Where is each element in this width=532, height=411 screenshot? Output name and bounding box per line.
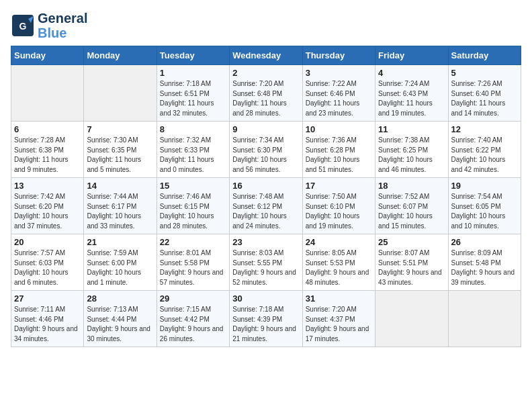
calendar-cell (84, 65, 157, 122)
logo-name-line1: General (38, 11, 87, 26)
day-info: Sunrise: 7:15 AMSunset: 4:42 PMDaylight:… (160, 305, 226, 344)
calendar-week-2: 6Sunrise: 7:28 AMSunset: 6:38 PMDaylight… (11, 122, 521, 178)
day-info: Sunrise: 7:57 AMSunset: 6:03 PMDaylight:… (14, 248, 81, 287)
day-number: 5 (451, 68, 518, 78)
day-number: 29 (160, 293, 226, 304)
calendar-cell: 27Sunrise: 7:11 AMSunset: 4:46 PMDayligh… (11, 291, 84, 347)
calendar-cell: 6Sunrise: 7:28 AMSunset: 6:38 PMDaylight… (11, 122, 84, 178)
header-day-thursday: Thursday (302, 46, 375, 65)
day-info: Sunrise: 7:22 AMSunset: 6:46 PMDaylight:… (306, 79, 372, 118)
day-number: 31 (306, 293, 372, 304)
day-number: 18 (378, 181, 445, 191)
header-day-saturday: Saturday (448, 46, 521, 65)
day-number: 27 (14, 293, 81, 304)
calendar-cell: 16Sunrise: 7:48 AMSunset: 6:12 PMDayligh… (230, 178, 302, 234)
day-number: 22 (160, 237, 226, 247)
calendar-cell: 14Sunrise: 7:44 AMSunset: 6:17 PMDayligh… (84, 178, 157, 234)
day-number: 16 (232, 181, 299, 191)
calendar-cell: 19Sunrise: 7:54 AMSunset: 6:05 PMDayligh… (448, 178, 521, 234)
day-info: Sunrise: 8:05 AMSunset: 5:53 PMDaylight:… (306, 248, 372, 287)
calendar-cell: 12Sunrise: 7:40 AMSunset: 6:22 PMDayligh… (448, 122, 521, 178)
day-number: 26 (451, 237, 518, 247)
day-info: Sunrise: 7:18 AMSunset: 6:51 PMDaylight:… (160, 79, 226, 118)
day-number: 9 (232, 124, 299, 134)
calendar-cell: 11Sunrise: 7:38 AMSunset: 6:25 PMDayligh… (375, 122, 448, 178)
day-info: Sunrise: 7:48 AMSunset: 6:12 PMDaylight:… (232, 192, 299, 231)
day-number: 7 (87, 124, 153, 134)
calendar-table: SundayMondayTuesdayWednesdayThursdayFrid… (11, 46, 521, 347)
header-day-sunday: Sunday (11, 46, 84, 65)
day-number: 23 (232, 237, 299, 247)
calendar-cell: 7Sunrise: 7:30 AMSunset: 6:35 PMDaylight… (84, 122, 157, 178)
day-number: 28 (87, 293, 153, 304)
header-day-monday: Monday (84, 46, 157, 65)
day-info: Sunrise: 7:52 AMSunset: 6:07 PMDaylight:… (378, 192, 445, 231)
calendar-cell: 18Sunrise: 7:52 AMSunset: 6:07 PMDayligh… (375, 178, 448, 234)
day-number: 1 (160, 68, 226, 78)
day-info: Sunrise: 7:20 AMSunset: 4:37 PMDaylight:… (306, 305, 372, 344)
calendar-cell: 22Sunrise: 8:01 AMSunset: 5:58 PMDayligh… (157, 234, 229, 291)
day-info: Sunrise: 7:59 AMSunset: 6:00 PMDaylight:… (87, 248, 153, 287)
calendar-cell: 3Sunrise: 7:22 AMSunset: 6:46 PMDaylight… (302, 65, 375, 122)
day-info: Sunrise: 7:24 AMSunset: 6:43 PMDaylight:… (378, 79, 445, 118)
day-info: Sunrise: 7:42 AMSunset: 6:20 PMDaylight:… (14, 192, 81, 231)
logo: G General Blue (11, 11, 87, 40)
calendar-cell: 1Sunrise: 7:18 AMSunset: 6:51 PMDaylight… (157, 65, 229, 122)
day-info: Sunrise: 7:44 AMSunset: 6:17 PMDaylight:… (87, 192, 153, 231)
day-number: 15 (160, 181, 226, 191)
calendar-cell: 2Sunrise: 7:20 AMSunset: 6:48 PMDaylight… (230, 65, 302, 122)
calendar-cell: 15Sunrise: 7:46 AMSunset: 6:15 PMDayligh… (157, 178, 229, 234)
day-number: 13 (14, 181, 81, 191)
calendar-cell (448, 291, 521, 347)
day-number: 20 (14, 237, 81, 247)
day-info: Sunrise: 8:07 AMSunset: 5:51 PMDaylight:… (378, 248, 445, 287)
day-number: 12 (451, 124, 518, 134)
calendar-cell: 25Sunrise: 8:07 AMSunset: 5:51 PMDayligh… (375, 234, 448, 291)
day-number: 3 (306, 68, 372, 78)
header: G General Blue (11, 11, 521, 40)
day-info: Sunrise: 7:13 AMSunset: 4:44 PMDaylight:… (87, 305, 153, 344)
day-number: 25 (378, 237, 445, 247)
calendar-cell: 20Sunrise: 7:57 AMSunset: 6:03 PMDayligh… (11, 234, 84, 291)
calendar-cell: 17Sunrise: 7:50 AMSunset: 6:10 PMDayligh… (302, 178, 375, 234)
calendar-cell: 28Sunrise: 7:13 AMSunset: 4:44 PMDayligh… (84, 291, 157, 347)
day-info: Sunrise: 7:28 AMSunset: 6:38 PMDaylight:… (14, 136, 81, 175)
calendar-week-4: 20Sunrise: 7:57 AMSunset: 6:03 PMDayligh… (11, 234, 521, 291)
day-info: Sunrise: 7:11 AMSunset: 4:46 PMDaylight:… (14, 305, 81, 344)
day-info: Sunrise: 7:32 AMSunset: 6:33 PMDaylight:… (160, 136, 226, 175)
day-info: Sunrise: 7:20 AMSunset: 6:48 PMDaylight:… (232, 79, 299, 118)
header-day-friday: Friday (375, 46, 448, 65)
day-info: Sunrise: 7:36 AMSunset: 6:28 PMDaylight:… (306, 136, 372, 175)
day-number: 21 (87, 237, 153, 247)
day-number: 11 (378, 124, 445, 134)
calendar-cell: 26Sunrise: 8:09 AMSunset: 5:48 PMDayligh… (448, 234, 521, 291)
calendar-cell: 13Sunrise: 7:42 AMSunset: 6:20 PMDayligh… (11, 178, 84, 234)
calendar-cell (11, 65, 84, 122)
day-number: 14 (87, 181, 153, 191)
day-info: Sunrise: 7:18 AMSunset: 4:39 PMDaylight:… (232, 305, 299, 344)
calendar-cell: 29Sunrise: 7:15 AMSunset: 4:42 PMDayligh… (157, 291, 229, 347)
calendar-header-row: SundayMondayTuesdayWednesdayThursdayFrid… (11, 46, 521, 65)
calendar-cell: 24Sunrise: 8:05 AMSunset: 5:53 PMDayligh… (302, 234, 375, 291)
calendar-cell: 21Sunrise: 7:59 AMSunset: 6:00 PMDayligh… (84, 234, 157, 291)
day-number: 17 (306, 181, 372, 191)
day-info: Sunrise: 8:09 AMSunset: 5:48 PMDaylight:… (451, 248, 518, 287)
logo-name-line2: Blue (38, 26, 87, 40)
calendar-cell: 9Sunrise: 7:34 AMSunset: 6:30 PMDaylight… (230, 122, 302, 178)
calendar-cell: 30Sunrise: 7:18 AMSunset: 4:39 PMDayligh… (230, 291, 302, 347)
day-info: Sunrise: 7:30 AMSunset: 6:35 PMDaylight:… (87, 136, 153, 175)
day-info: Sunrise: 7:54 AMSunset: 6:05 PMDaylight:… (451, 192, 518, 231)
day-number: 19 (451, 181, 518, 191)
calendar-week-1: 1Sunrise: 7:18 AMSunset: 6:51 PMDaylight… (11, 65, 521, 122)
calendar-cell: 31Sunrise: 7:20 AMSunset: 4:37 PMDayligh… (302, 291, 375, 347)
day-info: Sunrise: 7:34 AMSunset: 6:30 PMDaylight:… (232, 136, 299, 175)
day-number: 30 (232, 293, 299, 304)
day-info: Sunrise: 8:03 AMSunset: 5:55 PMDaylight:… (232, 248, 299, 287)
day-info: Sunrise: 7:50 AMSunset: 6:10 PMDaylight:… (306, 192, 372, 231)
calendar-cell: 23Sunrise: 8:03 AMSunset: 5:55 PMDayligh… (230, 234, 302, 291)
day-info: Sunrise: 7:40 AMSunset: 6:22 PMDaylight:… (451, 136, 518, 175)
header-day-tuesday: Tuesday (157, 46, 229, 65)
calendar-cell (375, 291, 448, 347)
day-number: 4 (378, 68, 445, 78)
day-number: 8 (160, 124, 226, 134)
